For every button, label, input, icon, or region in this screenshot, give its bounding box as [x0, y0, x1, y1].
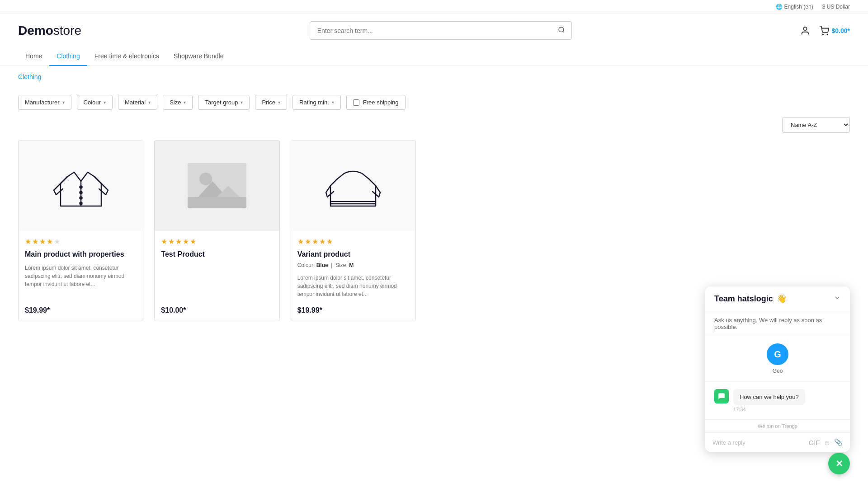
- star-5: ★: [190, 237, 196, 246]
- size-filter-label: Size: [170, 99, 181, 106]
- manufacturer-filter[interactable]: Manufacturer ▾: [18, 95, 71, 110]
- search-input[interactable]: [310, 23, 552, 39]
- account-button[interactable]: [800, 26, 810, 36]
- colour-chevron-icon: ▾: [104, 100, 106, 105]
- price-chevron-icon: ▾: [278, 100, 280, 105]
- filters-bar: Manufacturer ▾ Colour ▾ Material ▾ Size …: [0, 88, 868, 117]
- colour-label: Colour:: [297, 262, 315, 268]
- chat-header: Team hatslogic 👋: [705, 286, 850, 311]
- user-icon: [800, 26, 810, 36]
- product-info-2: ★ ★ ★ ★ ★ Test Product $10.00*: [155, 231, 279, 321]
- svg-point-4: [827, 34, 828, 35]
- product-1-stars: ★ ★ ★ ★ ★: [25, 237, 137, 246]
- svg-point-7: [80, 192, 82, 194]
- sweater-image: [324, 156, 382, 215]
- search-bar: [310, 21, 572, 40]
- cart-icon: [819, 26, 829, 36]
- product-card-1: ★ ★ ★ ★ ★ Main product with properties L…: [18, 140, 143, 321]
- free-shipping-filter[interactable]: Free shipping: [346, 95, 406, 110]
- material-filter-label: Material: [125, 99, 146, 106]
- chat-agent-section: G Geo: [705, 336, 850, 339]
- colour-filter[interactable]: Colour ▾: [77, 95, 113, 110]
- star-2: ★: [168, 237, 175, 246]
- material-chevron-icon: ▾: [148, 100, 151, 105]
- header-actions: $0.00*: [800, 26, 850, 36]
- product-3-name: Variant product: [297, 250, 409, 258]
- product-2-name: Test Product: [161, 250, 273, 258]
- rating-filter[interactable]: Rating min. ▾: [292, 95, 341, 110]
- chat-title-text: Team hatslogic: [714, 294, 773, 304]
- logo-bold: Demo: [18, 23, 53, 38]
- placeholder-image-icon: [188, 163, 246, 208]
- size-filter[interactable]: Size ▾: [163, 95, 193, 110]
- star-2: ★: [32, 237, 38, 246]
- nav-item-free-time[interactable]: Free time & electronics: [87, 47, 166, 66]
- free-shipping-checkbox[interactable]: [353, 99, 359, 106]
- product-3-stars: ★ ★ ★ ★ ★: [297, 237, 409, 246]
- svg-point-8: [80, 197, 82, 199]
- size-chevron-icon: ▾: [184, 100, 186, 105]
- nav-item-clothing[interactable]: Clothing: [49, 47, 87, 66]
- product-image-2: [155, 141, 279, 231]
- top-bar: 🌐 English (en) $ US Dollar: [0, 0, 868, 14]
- star-5: ★: [54, 237, 60, 246]
- chat-title: Team hatslogic 👋: [714, 294, 787, 304]
- target-group-filter[interactable]: Target group ▾: [198, 95, 250, 110]
- product-1-name: Main product with properties: [25, 250, 137, 258]
- svg-point-2: [803, 27, 807, 30]
- material-filter[interactable]: Material ▾: [118, 95, 157, 110]
- star-1: ★: [161, 237, 167, 246]
- product-1-desc: Lorem ipsum dolor sit amet, consetetur s…: [25, 264, 137, 288]
- chat-collapse-button[interactable]: [834, 294, 841, 304]
- product-3-desc: Lorem ipsum dolor sit amet, consetetur s…: [297, 274, 409, 298]
- chat-widget: Team hatslogic 👋 Ask us anything. We wil…: [705, 286, 850, 339]
- currency-label: $ US Dollar: [822, 4, 850, 10]
- svg-point-9: [80, 202, 82, 205]
- free-shipping-label: Free shipping: [363, 99, 399, 106]
- manufacturer-filter-label: Manufacturer: [25, 99, 60, 106]
- search-icon: [558, 26, 565, 33]
- star-3: ★: [312, 237, 318, 246]
- header: Demostore $0.00*: [0, 14, 868, 47]
- star-4: ★: [183, 237, 189, 246]
- colour-value: Blue: [316, 262, 328, 268]
- sort-bar: Name A-Z Name Z-A Price ascending Price …: [0, 117, 868, 140]
- star-1: ★: [297, 237, 304, 246]
- product-2-price: $10.00*: [161, 301, 273, 314]
- language-label: English (en): [784, 4, 813, 10]
- svg-point-0: [559, 27, 564, 32]
- price-filter-label: Price: [262, 99, 275, 106]
- svg-line-1: [563, 31, 564, 33]
- breadcrumb-link[interactable]: Clothing: [18, 73, 41, 80]
- logo-light: store: [53, 23, 81, 38]
- chat-title-emoji: 👋: [777, 294, 787, 304]
- cart-button[interactable]: $0.00*: [819, 26, 850, 36]
- product-image-3: [291, 141, 415, 231]
- svg-rect-14: [188, 197, 246, 208]
- target-group-filter-label: Target group: [205, 99, 238, 106]
- sort-select[interactable]: Name A-Z Name Z-A Price ascending Price …: [782, 117, 850, 133]
- product-card-2: ★ ★ ★ ★ ★ Test Product $10.00*: [154, 140, 279, 321]
- rating-chevron-icon: ▾: [332, 100, 334, 105]
- nav-item-shopware[interactable]: Shopware Bundle: [166, 47, 231, 66]
- colour-filter-label: Colour: [84, 99, 101, 106]
- star-4: ★: [47, 237, 53, 246]
- svg-point-3: [822, 34, 823, 35]
- target-group-chevron-icon: ▾: [241, 100, 243, 105]
- manufacturer-chevron-icon: ▾: [62, 100, 65, 105]
- language-selector[interactable]: 🌐 English (en): [776, 4, 813, 10]
- chevron-down-icon: [834, 294, 841, 301]
- logo[interactable]: Demostore: [18, 23, 81, 38]
- star-4: ★: [319, 237, 326, 246]
- product-3-price: $19.99*: [297, 301, 409, 314]
- star-3: ★: [175, 237, 182, 246]
- products-grid: ★ ★ ★ ★ ★ Main product with properties L…: [0, 140, 434, 339]
- rating-filter-label: Rating min.: [299, 99, 329, 106]
- price-filter[interactable]: Price ▾: [255, 95, 287, 110]
- nav-item-home[interactable]: Home: [18, 47, 49, 66]
- cart-amount: $0.00*: [832, 27, 850, 34]
- currency-selector[interactable]: $ US Dollar: [822, 4, 850, 10]
- product-info-3: ★ ★ ★ ★ ★ Variant product Colour: Blue |…: [291, 231, 415, 321]
- search-button[interactable]: [552, 22, 571, 39]
- star-2: ★: [305, 237, 311, 246]
